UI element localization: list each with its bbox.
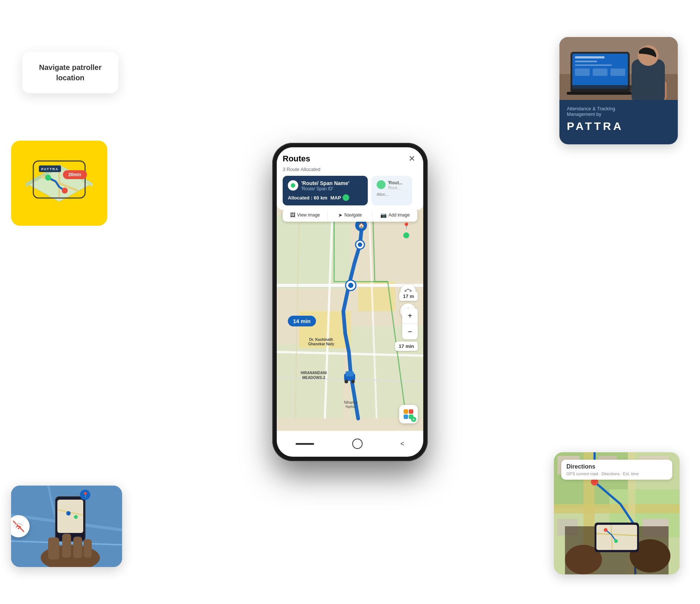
route-id-1: 'Route/ Span ID' [301,186,349,191]
svg-rect-87 [346,371,354,376]
svg-text:MEADOWS-2: MEADOWS-2 [302,376,326,380]
route-id-2: 'Rout... [388,185,403,190]
svg-point-20 [74,515,78,519]
svg-text:📍: 📍 [82,492,89,498]
routes-panel: Routes ✕ 3 Route Allocated 'Route/ Span … [277,147,423,210]
directions-overlay: Directions GPS current road · Directions… [561,460,672,480]
svg-point-89 [351,380,355,383]
svg-rect-63 [596,525,637,550]
attendance-card: Attendance & Tracking Management by PATT… [559,37,678,144]
nav-home-icon[interactable] [352,439,363,449]
phone-shell: Routes ✕ 3 Route Allocated 'Route/ Span … [272,143,428,461]
attendance-label: Attendance & Tracking Management by [567,106,670,117]
phone-container: Routes ✕ 3 Route Allocated 'Route/ Span … [272,143,428,461]
svg-point-68 [344,196,347,199]
svg-rect-25 [62,534,71,558]
map-illustration: 20min PATTRA [18,150,100,217]
time-badge-17min: 17 min [395,342,418,351]
route-card-1[interactable]: 'Route/ Span Name' 'Route/ Span ID' Allo… [283,176,368,205]
svg-point-66 [604,528,608,532]
svg-text:निहारिका: निहारिका [345,405,356,409]
add-image-button[interactable]: 📷 Add image [373,208,417,222]
navigate-icon: ➤ [338,212,343,218]
svg-text:Dr. Kashinath: Dr. Kashinath [309,338,333,342]
route-icon-1 [288,180,298,191]
routes-count: 3 Route Allocated [283,167,417,172]
time-badge-14min: 14 min [288,316,316,326]
wifi-off-icon [12,520,25,533]
svg-text:PATTRA: PATTRA [41,167,58,171]
svg-rect-27 [84,539,92,558]
svg-text:HIRANANDANI: HIRANANDANI [301,371,327,375]
svg-point-19 [66,511,71,516]
svg-point-88 [344,380,348,383]
map-btn-dot [343,194,349,201]
directions-subtitle: GPS current road · Directions · Est. tim… [566,472,667,476]
svg-rect-40 [567,92,632,95]
phone-screen: Routes ✕ 3 Route Allocated 'Route/ Span … [277,147,423,457]
route-allocated-2: Alloc... [377,192,407,197]
svg-point-67 [614,539,618,543]
yellow-map-card: 20min PATTRA [11,141,107,226]
svg-text:Ghanekar Naty: Ghanekar Naty [308,342,334,346]
time-badge-17m: 17 m [399,292,418,301]
bottom-navigation: < [277,431,423,457]
offline-card: 📍 App with Off-line working functionalit… [11,486,122,567]
navigate-patroller-card: Navigate patroller location [22,52,118,93]
nav-back-icon[interactable]: < [400,440,404,448]
svg-rect-39 [610,68,625,76]
add-image-icon: 📷 [380,212,387,218]
map-area[interactable]: 🏠 Dr. Kashinath Ghanekar Naty HIRANANDAN… [277,203,423,431]
zoom-in-button[interactable]: + [402,308,418,324]
navigate-button[interactable]: ➤ Navigate [328,208,373,222]
route-km-1: Allocated : 60 km [288,195,327,201]
route-card-2[interactable]: 'Rout... 'Rout... Alloc... [371,176,412,205]
svg-rect-38 [593,68,608,76]
svg-rect-70 [277,215,351,289]
svg-rect-37 [575,68,590,76]
svg-text:Niharika: Niharika [344,400,358,405]
svg-rect-17 [57,500,83,533]
directions-card: Directions GPS current road · Directions… [554,452,680,574]
zoom-controls: + − [402,308,418,339]
add-image-label: Add image [388,212,410,218]
laptop-photo [559,37,678,100]
svg-rect-24 [48,537,59,560]
svg-rect-72 [277,345,343,419]
route-name-2: 'Rout... [388,180,403,185]
svg-rect-26 [73,537,82,558]
navigate-label: Navigate [344,212,362,218]
nav-bars-icon [296,443,314,445]
view-image-button[interactable]: 🖼 View image [283,208,328,222]
svg-rect-35 [575,61,597,62]
svg-rect-50 [554,504,680,513]
map-button-1[interactable]: MAP [330,194,349,201]
svg-point-98 [403,232,409,238]
svg-point-85 [348,283,353,288]
close-button[interactable]: ✕ [406,153,417,164]
pattra-brand-logo: PATTRA [567,120,670,132]
directions-title: Directions [566,463,667,470]
svg-text:📍: 📍 [402,222,411,230]
add-layer-button[interactable]: + [399,405,418,423]
laptop-illustration [559,37,678,100]
attendance-text-area: Attendance & Tracking Management by PATT… [559,100,678,138]
svg-rect-36 [575,64,612,66]
svg-text:🏠: 🏠 [358,222,365,229]
view-image-label: View image [297,212,320,218]
svg-point-5 [45,175,51,181]
navigate-patroller-text: Navigate patroller location [39,63,102,82]
svg-point-83 [358,242,362,247]
route-name-1: 'Route/ Span Name' [301,180,349,186]
map-actions-bar: 🖼 View image ➤ Navigate 📷 Add image [283,208,417,222]
routes-title: Routes [283,154,310,164]
svg-rect-34 [575,56,605,58]
svg-point-6 [62,188,68,194]
svg-rect-41 [571,85,632,92]
view-image-icon: 🖼 [290,212,295,218]
svg-text:20min: 20min [68,172,81,177]
zoom-out-button[interactable]: − [402,324,418,339]
